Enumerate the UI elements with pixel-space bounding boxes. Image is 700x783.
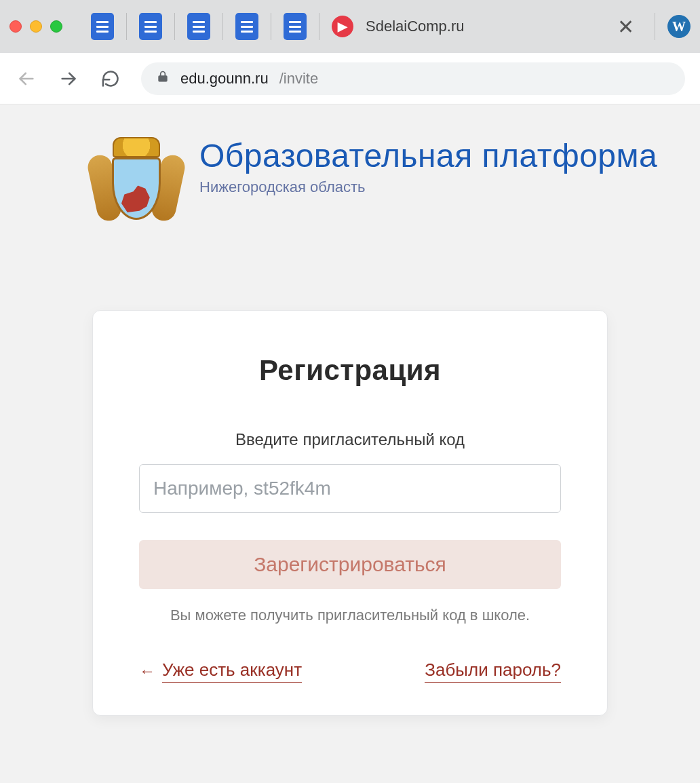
browser-toolbar: edu.gounn.ru/invite: [0, 53, 700, 104]
card-heading: Регистрация: [139, 354, 561, 387]
register-button[interactable]: Зарегистрироваться: [139, 540, 561, 589]
pinned-tab-doc-icon[interactable]: [91, 13, 114, 40]
window-minimize-button[interactable]: [30, 20, 42, 33]
pinned-tab-doc-icon[interactable]: [139, 13, 162, 40]
tab-separator: [271, 13, 271, 40]
tab-separator: [174, 13, 175, 40]
tab-close-button[interactable]: ✕: [609, 15, 642, 39]
forgot-password-link[interactable]: Забыли пароль?: [425, 660, 561, 683]
site-subtitle: Нижегородская область: [199, 178, 657, 196]
tab-separator: [126, 13, 127, 40]
registration-card: Регистрация Введите пригласительный код …: [92, 310, 608, 716]
site-title: Образовательная платформа: [199, 137, 657, 174]
window-close-button[interactable]: [9, 20, 22, 33]
pinned-tab-wordpress-icon[interactable]: W: [667, 15, 691, 38]
url-host: edu.gounn.ru: [180, 70, 269, 88]
pinned-tab-doc-icon[interactable]: [187, 13, 210, 40]
window-maximize-button[interactable]: [50, 20, 62, 33]
have-account-link[interactable]: Уже есть аккаунт: [162, 660, 302, 683]
invite-code-input[interactable]: [139, 464, 561, 513]
invite-hint: Вы можете получить пригласительный код в…: [139, 607, 561, 624]
tab-separator: [319, 13, 319, 40]
address-bar[interactable]: edu.gounn.ru/invite: [141, 62, 685, 95]
arrow-left-icon: ←: [139, 662, 155, 681]
active-tab-favicon: ▶: [332, 16, 353, 37]
active-tab-title[interactable]: SdelaiComp.ru: [366, 18, 465, 35]
url-path: /invite: [279, 70, 318, 88]
browser-tab-bar: ▶ SdelaiComp.ru ✕ W: [0, 0, 700, 53]
invite-prompt: Введите пригласительный код: [139, 430, 561, 449]
coat-of-arms-icon: [92, 137, 180, 229]
reload-button[interactable]: [99, 67, 122, 90]
pinned-tab-doc-icon[interactable]: [235, 13, 258, 40]
tab-separator: [655, 13, 655, 40]
window-controls: [9, 20, 62, 33]
back-button[interactable]: [15, 67, 38, 90]
card-footer-links: ← Уже есть аккаунт Забыли пароль?: [139, 660, 561, 683]
page-content: Образовательная платформа Нижегородская …: [0, 104, 700, 716]
lock-icon: [156, 70, 170, 88]
site-brand: Образовательная платформа Нижегородская …: [0, 137, 700, 229]
pinned-tab-doc-icon[interactable]: [284, 13, 307, 40]
tab-separator: [222, 13, 223, 40]
forward-button[interactable]: [57, 67, 80, 90]
